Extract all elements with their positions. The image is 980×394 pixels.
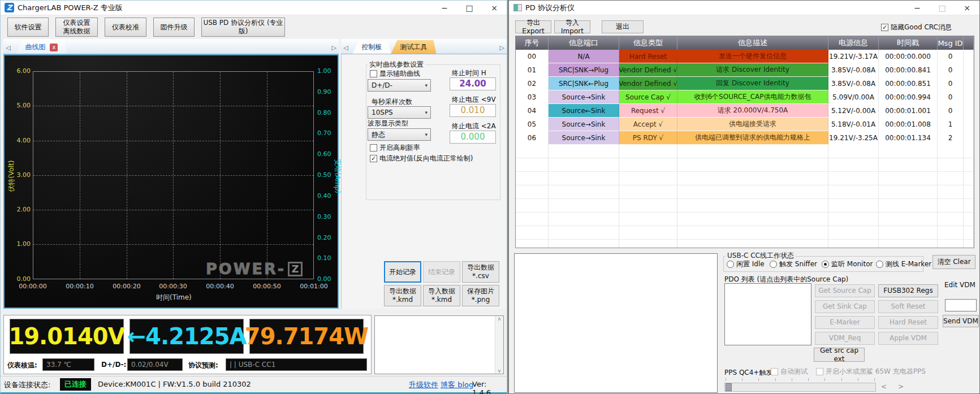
stop-record-button[interactable]: 结束记录	[423, 261, 460, 283]
aux-curve-value: D+/D-	[372, 81, 392, 89]
tab-curve-label: 曲线图	[25, 42, 45, 52]
meter-settings-button[interactable]: 仪表设置 离线数据	[55, 18, 98, 37]
table-row[interactable]: 05 Source→Sink Accept √ 供电端接受请求 5.18V/-0…	[516, 118, 974, 131]
cell-description: 收到6个SOURCE_CAP供电能力数据包	[677, 90, 828, 104]
pd-close-icon[interactable]: ×	[955, 1, 979, 15]
end-time-input[interactable]: 24.00	[450, 77, 496, 90]
get-src-cap-ext-button[interactable]: Get src cap ext	[814, 348, 865, 362]
blog-link[interactable]: 博客 blog	[441, 380, 473, 390]
y-axis-tick: 2.00	[6, 206, 31, 213]
maximize-icon[interactable]: □	[457, 1, 482, 15]
xiaomi-pps-checkbox[interactable]: 开启小米或黑鲨 65W 充电器PPS	[816, 367, 926, 376]
apple-vdm-button[interactable]: Apple VDM	[878, 332, 938, 345]
aux-curve-select[interactable]: D+/D- ▾	[368, 79, 431, 92]
close-icon[interactable]: ×	[482, 1, 507, 15]
protocol-value: | | USB-C CC1	[226, 358, 367, 371]
import-button[interactable]: 导入 Import	[554, 20, 590, 33]
get-sink-cap-button[interactable]: Get Sink Cap	[815, 300, 875, 313]
quit-button[interactable]: 退出	[602, 20, 644, 33]
table-row[interactable]: 04 Source←Sink Request √ 请求 20.000V/4.75…	[516, 104, 974, 118]
cell-msg-id: 0	[938, 63, 964, 77]
tab-close-icon[interactable]: x	[50, 44, 58, 51]
slider-right-icon[interactable]: >	[898, 383, 904, 391]
send-vdm-button[interactable]: Send VDM	[943, 315, 979, 327]
pd-app-icon	[513, 4, 522, 11]
firmware-upgrade-button[interactable]: 固件升级	[153, 18, 195, 37]
scroll-down-icon[interactable]: ∨	[498, 368, 502, 374]
y-axis-tick: 0.00	[6, 275, 31, 283]
upgrade-link[interactable]: 升级软件	[409, 380, 438, 390]
soft-reset-button[interactable]: Soft Reset	[878, 300, 938, 313]
clear-button[interactable]: 清空 Clear	[932, 255, 975, 269]
tab-curve-chart[interactable]: 曲线图 x	[16, 40, 67, 54]
log-scrollbar[interactable]: ∧ ∨	[495, 316, 503, 374]
abs-current-checkbox[interactable]: ✓ 电流绝对值(反向电流正常绘制)	[370, 154, 473, 163]
tab-control-panel[interactable]: 控制板	[352, 40, 391, 54]
desktop: Z ChargerLAB POWER-Z 专业版 − □ × 软件设置 仪表设置…	[0, 0, 980, 394]
radio-selected-icon	[822, 261, 829, 268]
tab-scroll-left-icon[interactable]: ◁	[3, 44, 12, 54]
software-settings-button[interactable]: 软件设置	[7, 18, 49, 37]
y2-axis-tick: 0.30	[317, 213, 340, 220]
table-row[interactable]: 02 SRC|SNK←Plug Vendor Defined √ 回复 Disc…	[516, 77, 974, 90]
fusb302-regs-button[interactable]: FUSB302 Regs	[878, 284, 938, 297]
control-panel: 实时曲线参数设置 显示辅助曲线 D+/D- ▾ 每秒采样次数 10SPS ▾ 波…	[341, 54, 507, 309]
panel-scroll-right-icon[interactable]: ▷	[498, 44, 507, 54]
table-header-row: 序号 信息端口 信息类型 信息描述 电源信息 时间戳 Msg ID	[516, 36, 974, 50]
checkbox-check-icon: ✓	[370, 155, 377, 162]
sample-rate-select[interactable]: 10SPS ▾	[368, 106, 431, 119]
usb-pd-analyzer-button[interactable]: USB PD 协议分析仪 (专业版)	[201, 18, 285, 37]
meter-calibration-button[interactable]: 仪表校准	[105, 18, 146, 37]
cell-type: Vendor Defined √	[619, 63, 677, 77]
end-current-input[interactable]: 0.000	[450, 131, 496, 144]
cell-index: 03	[516, 90, 549, 104]
panel-scroll-left-icon[interactable]: ◁	[341, 44, 350, 54]
pd-minimize-icon[interactable]: −	[905, 1, 930, 15]
hard-reset-button[interactable]: Hard Reset	[878, 316, 938, 329]
radio-sniffer[interactable]: 触发 Sniffer	[770, 259, 817, 269]
pps-slider-track[interactable]	[724, 383, 876, 392]
auto-test-checkbox[interactable]: 自动测试	[771, 367, 808, 376]
export-kmd-button[interactable]: 导出数据 *.kmd	[384, 285, 421, 306]
export-button[interactable]: 导出 Export	[515, 20, 551, 33]
table-row[interactable]: 00 N/A Hard Reset 发送一个硬件复位信息 19.21V/-3.1…	[516, 50, 974, 63]
end-voltage-label: 终止电压 <9V	[452, 95, 496, 105]
scroll-up-icon[interactable]: ∧	[498, 316, 502, 322]
table-row[interactable]: 01 SRC|SNK→Plug Vendor Defined √ 请求 Disc…	[516, 63, 974, 77]
power-z-window: Z ChargerLAB POWER-Z 专业版 − □ × 软件设置 仪表设置…	[0, 0, 507, 394]
y2-axis-tick: 0.10	[317, 254, 340, 262]
vdm-req-button[interactable]: VDM_Req	[815, 332, 875, 345]
high-refresh-checkbox[interactable]: 开启高刷新率	[370, 143, 420, 153]
tab-test-tools[interactable]: 测试工具	[391, 40, 436, 54]
cell-type: Hard Reset	[619, 50, 677, 63]
table-row[interactable]: 03 Source→Sink Source Cap √ 收到6个SOURCE_C…	[516, 90, 974, 104]
pdo-listbox[interactable]	[724, 283, 811, 345]
vdm-input[interactable]	[945, 299, 977, 311]
connection-status-badge: 已连接	[60, 378, 91, 391]
radio-emarker[interactable]: 测线 E-Marker	[876, 259, 931, 269]
start-record-button[interactable]: 开始记录	[384, 261, 421, 283]
save-png-button[interactable]: 保存图片 *.png	[462, 285, 499, 306]
pps-slider-thumb[interactable]	[726, 383, 732, 391]
radio-monitor[interactable]: 监听 Monitor	[822, 259, 873, 269]
device-info: Device:KM001C | FW:V1.5.0 build 210302	[98, 380, 251, 388]
radio-idle[interactable]: 闲置 Idle	[727, 259, 765, 269]
show-aux-curve-checkbox[interactable]: 显示辅助曲线	[370, 69, 420, 79]
hide-crc-label: 隐藏Good CRC消息	[891, 23, 952, 32]
waveform-type-select[interactable]: 静态 ▾	[368, 128, 431, 141]
end-voltage-input[interactable]: 0.010	[450, 104, 496, 117]
minimize-icon[interactable]: −	[432, 1, 457, 15]
slider-left-icon[interactable]: <	[881, 383, 887, 391]
cell-timestamp: 00:00:01.001	[879, 104, 938, 118]
hide-crc-checkbox[interactable]: ✓ 隐藏Good CRC消息	[881, 23, 952, 32]
y-axis-tick: 5.00	[6, 102, 31, 109]
get-source-cap-button[interactable]: Get Source Cap	[815, 284, 875, 297]
log-panel: ∧ ∨	[374, 315, 504, 374]
export-csv-button[interactable]: 导出数据 *.csv	[462, 261, 499, 283]
radio-emarker-label: 测线 E-Marker	[886, 259, 931, 269]
emarker-button[interactable]: E-Marker	[815, 316, 875, 329]
tab-scroll-right-icon[interactable]: ▷	[330, 44, 339, 54]
table-row[interactable]: 06 Source→Sink PS RDY √ 供电端已调整到请求的供电能力规格…	[516, 131, 974, 145]
import-kmd-button[interactable]: 导入数据 *.kmd	[423, 285, 460, 306]
table-empty-area	[516, 145, 974, 248]
